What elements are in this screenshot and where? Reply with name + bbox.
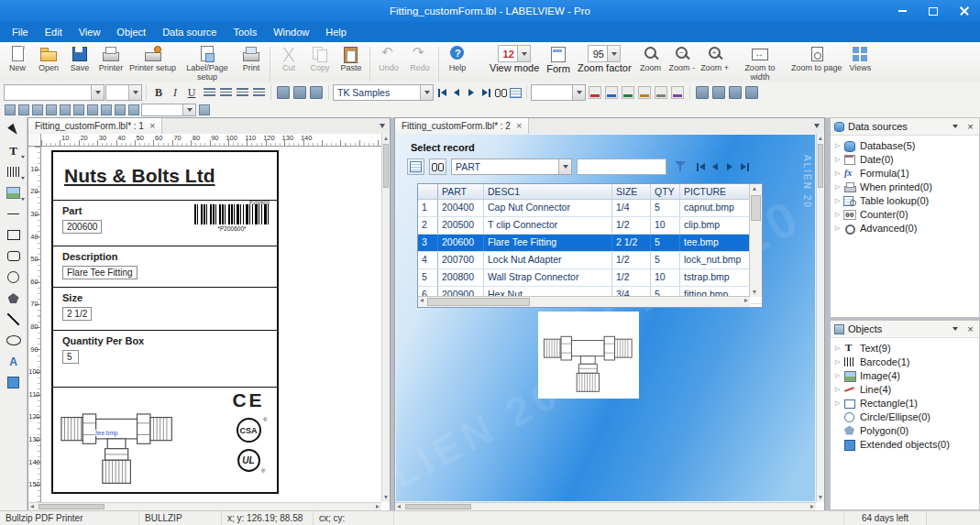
expand-icon[interactable] (835, 170, 843, 177)
description-label-text[interactable]: Description (62, 251, 277, 262)
object-item[interactable]: Rectangle(1) (831, 396, 979, 410)
table-edit-button[interactable] (407, 159, 424, 175)
grid-row[interactable]: 5 200800 Wall Strap Connector 1/2 10 tst… (418, 269, 762, 287)
text-align-button[interactable] (250, 84, 267, 101)
scroll-up-icon[interactable] (819, 137, 822, 140)
scrollbar-thumb[interactable] (427, 298, 530, 306)
scroll-up-icon[interactable] (753, 187, 756, 191)
palette-tool-button[interactable] (3, 268, 25, 287)
quick-tool-button[interactable] (17, 104, 30, 116)
toolbar-button[interactable]: Copy (304, 44, 336, 73)
palette-tool-button[interactable] (3, 310, 25, 329)
vertical-scrollbar[interactable] (816, 134, 824, 502)
close-icon[interactable] (949, 0, 980, 22)
scroll-right-icon[interactable] (810, 505, 814, 509)
field-combo[interactable]: PART (451, 159, 572, 175)
object-item[interactable]: Image(4) (831, 368, 979, 382)
palette-tool-button[interactable] (3, 225, 25, 245)
record-nav-button[interactable] (449, 85, 464, 100)
scroll-left-icon[interactable] (30, 505, 34, 509)
object-item[interactable]: Polygon(0) (831, 423, 979, 437)
text-tool-button[interactable] (308, 84, 325, 101)
draw-tool-button[interactable] (603, 84, 620, 101)
scroll-down-icon[interactable] (753, 290, 756, 294)
column-header[interactable]: QTY (651, 184, 680, 199)
horizontal-scrollbar[interactable] (395, 502, 816, 510)
menu-item[interactable]: Object (108, 24, 154, 40)
grid-horizontal-scrollbar[interactable] (418, 296, 750, 307)
column-header[interactable]: DESC1 (484, 184, 612, 199)
label-design[interactable]: Nuts & Bolts Ltd Part 200600 P200600 *P2… (51, 150, 279, 494)
expand-icon[interactable] (835, 224, 843, 232)
expand-icon[interactable] (835, 156, 843, 163)
scroll-down-icon[interactable] (819, 496, 822, 499)
palette-tool-button[interactable] (3, 331, 25, 350)
data-source-item[interactable]: Database(5) (831, 138, 979, 152)
text-style-button[interactable]: I (167, 84, 183, 101)
toolbar-button[interactable]: Open (33, 44, 64, 82)
chevron-down-icon[interactable] (182, 104, 195, 115)
database-combo[interactable]: TK Samples (333, 84, 434, 101)
data-source-item[interactable]: Counter(0) (831, 207, 979, 221)
record-nav-button[interactable] (722, 159, 737, 174)
scrollbar-thumb[interactable] (405, 504, 471, 509)
maximize-icon[interactable] (918, 0, 949, 22)
panel-menu-icon[interactable] (949, 121, 961, 133)
quantity-value-field[interactable]: 5 (62, 350, 79, 364)
form-button[interactable]: Form (543, 44, 574, 82)
expand-icon[interactable] (835, 372, 843, 379)
close-icon[interactable] (149, 121, 155, 131)
record-nav-button[interactable] (508, 85, 523, 100)
toolbar-button[interactable]: Save (64, 44, 95, 82)
close-icon[interactable] (516, 121, 522, 131)
object-item[interactable]: Barcode(1) (831, 355, 979, 368)
quick-tool-button[interactable] (99, 104, 113, 116)
description-value-field[interactable]: Flare Tee Fitting (62, 266, 138, 279)
expand-icon[interactable] (835, 386, 843, 393)
column-header[interactable]: PART (438, 184, 484, 199)
quick-tool-button[interactable] (44, 104, 58, 116)
filter-button[interactable] (671, 159, 688, 175)
menu-item[interactable]: Help (317, 24, 355, 40)
font-size-combo[interactable] (105, 84, 142, 101)
scroll-down-icon[interactable] (384, 496, 388, 499)
quick-tool-button[interactable] (30, 104, 44, 116)
label-canvas[interactable]: Nuts & Bolts Ltd Part 200600 P200600 *P2… (41, 147, 381, 502)
quick-tool-button[interactable] (3, 104, 17, 116)
zoom-toolbar-button[interactable]: Zoom to page (788, 44, 845, 82)
quick-tool-button[interactable] (72, 104, 85, 116)
text-tool-button[interactable] (292, 84, 308, 101)
scroll-up-icon[interactable] (384, 137, 388, 140)
scrollbar-thumb[interactable] (818, 144, 823, 188)
palette-tool-button[interactable] (3, 289, 25, 308)
object-item[interactable]: Extended objects(0) (831, 437, 979, 451)
record-nav-button[interactable] (493, 85, 508, 100)
toolbar-button[interactable]: Label/Page setup (179, 44, 236, 82)
ce-mark-text[interactable]: CE (232, 389, 264, 411)
menu-item[interactable]: View (71, 24, 109, 40)
expand-icon[interactable] (835, 142, 843, 149)
menu-item[interactable]: Tools (225, 24, 265, 40)
scroll-right-icon[interactable] (744, 299, 748, 302)
toolbar-button[interactable]: New (2, 44, 33, 82)
size-label-text[interactable]: Size (62, 292, 277, 303)
zoom-toolbar-button[interactable]: Zoom - (666, 44, 699, 82)
grid-vertical-scrollbar[interactable] (749, 184, 762, 297)
scroll-left-icon[interactable] (397, 505, 401, 509)
chevron-down-icon[interactable] (128, 85, 141, 100)
record-nav-button[interactable] (435, 85, 449, 100)
minimize-icon[interactable] (886, 0, 918, 22)
find-button[interactable] (429, 159, 446, 175)
text-align-button[interactable] (201, 84, 217, 101)
grid-row[interactable]: 4 200700 Lock Nut Adapter 1/2 5 lock_nut… (418, 252, 762, 269)
palette-tool-button[interactable] (3, 162, 25, 181)
menu-item[interactable]: Data source (154, 24, 225, 40)
data-source-item[interactable]: Table lookup(0) (831, 193, 979, 207)
object-combo[interactable] (531, 84, 586, 101)
text-align-button[interactable] (217, 84, 234, 101)
view-mode-combo[interactable]: 12 (498, 45, 531, 62)
record-nav-button[interactable] (737, 159, 752, 174)
scrollbar-thumb[interactable] (39, 504, 105, 509)
menu-item[interactable]: Edit (37, 24, 71, 40)
toolbar-button[interactable]: Printer setup (127, 44, 179, 82)
